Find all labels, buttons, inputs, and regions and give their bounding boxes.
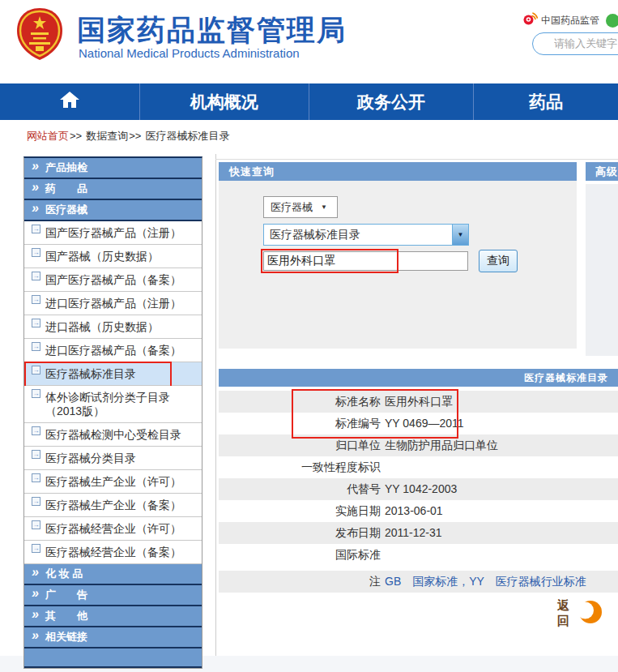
sidebar-section-cosmetics[interactable]: » 化 妆 品	[24, 564, 202, 585]
sidebar-section-others[interactable]: » 其 他	[24, 606, 202, 627]
sidebar-item-imported-device-history[interactable]: → 进口器械（历史数据）	[24, 315, 202, 339]
sidebar-item-manufacturer-licensed[interactable]: → 医疗器械生产企业（许可）	[24, 470, 202, 494]
link-box-icon: →	[32, 248, 40, 257]
result-row-value: YY 0469—2011	[381, 413, 464, 434]
link-box-icon: →	[32, 389, 40, 398]
sidebar-item-distributor-licensed[interactable]: → 医疗器械经营企业（许可）	[24, 517, 202, 541]
sidebar-section-related-links[interactable]: » 相关链接	[24, 627, 202, 648]
sidebar-item-imported-device-filed[interactable]: → 进口医疗器械产品（备案）	[24, 339, 202, 362]
breadcrumb-data-query[interactable]: 数据查询	[86, 130, 128, 142]
advanced-query-panel: 高级查询	[586, 162, 618, 356]
double-chevron-icon: »	[32, 627, 39, 644]
nav-item-drugs[interactable]: 药品	[474, 83, 618, 120]
link-box-icon: →	[32, 342, 40, 351]
result-row-value	[381, 456, 385, 478]
breadcrumb-current: 医疗器械标准目录	[145, 130, 229, 142]
result-row-label: 发布日期	[219, 522, 381, 544]
weibo-label: 中国药品监管	[541, 14, 599, 28]
result-row-value: 医用外科口罩	[381, 391, 453, 413]
breadcrumb: 网站首页>>数据查询>>医疗器械标准目录	[27, 129, 229, 143]
result-row-label: 标准编号	[219, 413, 381, 434]
sidebar-item-device-classification-catalog[interactable]: → 医疗器械分类目录	[24, 447, 202, 470]
result-row-label: 归口单位	[219, 434, 381, 456]
link-box-icon: →	[32, 473, 40, 482]
quick-query-panel: 快速查询 医疗器械 ▼ 医疗器械标准目录 ▼ 查询	[219, 162, 577, 349]
nav-item-org-overview[interactable]: 机构概况	[140, 83, 309, 120]
sidebar-section-product-sampling[interactable]: » 产品抽检	[24, 158, 202, 179]
sidebar-item-device-standard-catalog[interactable]: → 医疗器械标准目录	[24, 362, 202, 386]
site-search-input[interactable]	[554, 33, 618, 53]
double-chevron-icon: »	[32, 606, 39, 623]
content-divider-line	[215, 154, 216, 672]
result-row-label: 一致性程度标识	[219, 456, 381, 478]
result-row-replaces: 代替号 YY 1042-2003	[219, 478, 618, 500]
sidebar-section-label: 医疗器械	[45, 203, 87, 216]
sidebar-section-advertising[interactable]: » 广 告	[24, 585, 202, 606]
content-top-line	[215, 159, 618, 160]
result-panel: 医疗器械标准目录 标准名称 医用外科口罩 标准编号 YY 0469—2011 归…	[219, 369, 618, 593]
link-box-icon: →	[32, 225, 40, 233]
sidebar-empty-block	[24, 648, 202, 668]
link-box-icon: →	[32, 319, 40, 327]
double-chevron-icon: »	[32, 157, 39, 174]
catalog-select[interactable]: 医疗器械标准目录 ▼	[263, 224, 469, 246]
result-panel-title: 医疗器械标准目录	[219, 369, 618, 387]
weibo-icon	[522, 12, 538, 28]
sidebar-item-manufacturer-filed[interactable]: → 医疗器械生产企业（备案）	[24, 494, 202, 517]
link-box-icon: →	[32, 544, 40, 553]
breadcrumb-home[interactable]: 网站首页	[27, 130, 69, 142]
result-row-value: YY 1042-2003	[381, 478, 457, 500]
category-select[interactable]: 医疗器械 ▼	[263, 196, 338, 218]
result-row-note: 注 GB 国家标准，YY 医疗器械行业标准	[219, 571, 618, 593]
link-box-icon: →	[32, 520, 40, 529]
sidebar-item-distributor-filed[interactable]: → 医疗器械经营企业（备案）	[24, 541, 202, 564]
result-row-implementation-date: 实施日期 2013-06-01	[219, 500, 618, 522]
sidebar-section-medical-devices[interactable]: » 医疗器械	[24, 200, 202, 221]
advanced-query-body	[586, 184, 618, 356]
weibo-link[interactable]: 中国药品监管	[522, 12, 599, 28]
site-search-box	[532, 32, 618, 55]
result-row-value: 2011-12-31	[381, 522, 442, 544]
double-chevron-icon: »	[32, 178, 39, 195]
home-icon	[59, 91, 80, 113]
sidebar-item-testing-center-catalog[interactable]: → 医疗器械检测中心受检目录	[24, 423, 202, 447]
sidebar-section-label: 相关链接	[45, 631, 87, 643]
link-box-icon: →	[32, 295, 40, 304]
result-row-label: 国际标准	[219, 544, 381, 566]
link-box-icon: →	[32, 450, 40, 459]
catalog-select-value: 医疗器械标准目录	[270, 228, 360, 241]
result-row-value: 2013-06-01	[381, 500, 443, 522]
quick-query-title: 快速查询	[219, 162, 577, 181]
sidebar-item-domestic-device-filed[interactable]: → 国产医疗器械产品（备案）	[24, 268, 202, 292]
back-crescent-icon	[578, 598, 603, 629]
link-box-icon: →	[32, 366, 40, 375]
nav-item-home[interactable]	[0, 83, 140, 120]
search-button[interactable]: 查询	[479, 250, 518, 272]
dropdown-arrow-icon: ▼	[321, 203, 327, 211]
result-row-consistency-mark: 一致性程度标识	[219, 456, 618, 478]
nav-item-gov-affairs[interactable]: 政务公开	[309, 83, 475, 120]
back-button[interactable]: 返回	[555, 598, 603, 629]
result-row-publish-date: 发布日期 2011-12-31	[219, 522, 618, 544]
result-row-label: 实施日期	[219, 500, 381, 522]
sidebar-section-label: 化 妆 品	[45, 567, 83, 580]
result-row-responsible-unit: 归口单位 生物防护用品归口单位	[219, 434, 618, 456]
sidebar-item-domestic-device-registered[interactable]: → 国产医疗器械产品（注册）	[24, 221, 202, 245]
wechat-icon[interactable]	[606, 14, 618, 28]
result-row-label: 注	[219, 571, 381, 593]
sidebar-item-domestic-device-history[interactable]: → 国产器械（历史数据）	[24, 245, 202, 268]
result-row-value: 生物防护用品归口单位	[381, 434, 498, 456]
result-rows: 标准名称 医用外科口罩 标准编号 YY 0469—2011 归口单位 生物防护用…	[219, 391, 618, 593]
sidebar-item-ivd-classification-subcatalog[interactable]: → 体外诊断试剂分类子目录 （2013版）	[24, 386, 202, 423]
double-chevron-icon: »	[32, 563, 39, 580]
advanced-query-title[interactable]: 高级查询	[586, 162, 618, 181]
category-select-value: 医疗器械	[271, 200, 313, 215]
link-box-icon: →	[32, 497, 40, 506]
sidebar-item-imported-device-registered[interactable]: → 进口医疗器械产品（注册）	[24, 292, 202, 315]
dropdown-arrow-icon[interactable]: ▼	[452, 225, 468, 245]
keyword-input[interactable]	[263, 251, 468, 271]
site-title-cn: 国家药品监督管理局	[77, 11, 347, 49]
link-box-icon: →	[32, 426, 40, 435]
sidebar-section-label: 其 他	[45, 610, 87, 622]
sidebar-section-drugs[interactable]: » 药 品	[24, 179, 202, 200]
